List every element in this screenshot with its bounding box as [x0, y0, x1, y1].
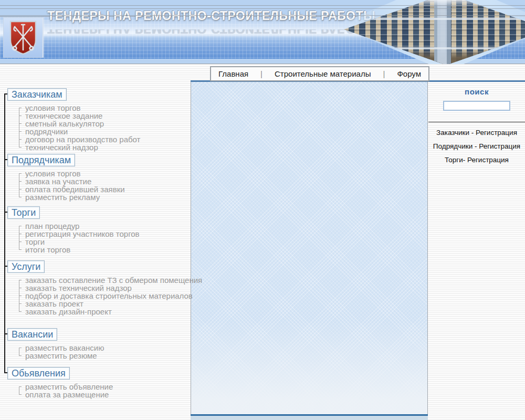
- nav-item-forum[interactable]: Форум: [397, 69, 421, 78]
- title-wrap: ТЕНДЕРЫ НА РЕМОНТНО-СТРОИТЕЛЬНЫЕ РАБОТЫ …: [47, 0, 383, 42]
- main-nav: Главная | Строительные материалы | Форум: [210, 66, 429, 81]
- sidebar-header-vacancies[interactable]: Вакансии: [7, 328, 57, 341]
- sidebar-items-services: заказать составление ТЗ с обмером помеще…: [7, 276, 202, 316]
- sidebar-subitem[interactable]: разместить резюме: [25, 352, 104, 360]
- sidebar-items-vacancies: разместить вакансию разместить резюме: [7, 344, 104, 360]
- sidebar-subitem[interactable]: торги: [25, 238, 140, 246]
- registration-link[interactable]: Заказчики - Регистрация: [428, 129, 525, 136]
- sidebar: Заказчикам условия торгов техническое за…: [0, 80, 191, 420]
- sidebar-subitem[interactable]: план процедур: [25, 222, 140, 230]
- sidebar-section-announcements: Обьявления разместить объявление оплата …: [7, 367, 113, 398]
- site-title-reflection: ТЕНДЕРЫ НА РЕМОНТНО-СТРОИТЕЛЬНЫЕ РАБОТЫ: [47, 29, 375, 36]
- sidebar-items-contractors: условия торгов заявка на участие оплата …: [7, 170, 125, 201]
- registration-link[interactable]: Торги- Регистрация: [428, 156, 525, 164]
- sidebar-header-services[interactable]: Услуги: [7, 260, 45, 273]
- content-area: [191, 82, 428, 414]
- sidebar-subitem[interactable]: технический надзор: [25, 143, 141, 151]
- search-input[interactable]: [443, 101, 510, 111]
- nav-separator: |: [383, 69, 385, 78]
- sidebar-subitem[interactable]: подбор и доставка строительных материало…: [25, 292, 202, 300]
- nav-item-home[interactable]: Главная: [218, 69, 248, 78]
- sidebar-tree-line: [4, 94, 5, 373]
- sidebar-header-contractors[interactable]: Подрядчикам: [7, 154, 75, 166]
- right-divider: [428, 122, 525, 122]
- sidebar-header-customers[interactable]: Заказчикам: [7, 88, 67, 101]
- sidebar-section-contractors: Подрядчикам условия торгов заявка на уча…: [7, 154, 125, 201]
- sidebar-subitem[interactable]: заказать технический надзор: [25, 284, 202, 292]
- registration-link[interactable]: Подрядчики - Регистрация: [428, 143, 525, 150]
- nav-item-materials[interactable]: Строительные материалы: [275, 69, 371, 78]
- sidebar-subitem[interactable]: заказать составление ТЗ с обмером помеще…: [25, 276, 202, 284]
- sidebar-items-customers: условия торгов техническое задание сметн…: [7, 104, 141, 151]
- registration-links: Заказчики - Регистрация Подрядчики - Рег…: [428, 129, 525, 164]
- sidebar-subitem[interactable]: разместить объявление: [25, 383, 113, 391]
- sidebar-section-tenders: Торги план процедур регистрация участник…: [7, 206, 140, 254]
- sidebar-subitem[interactable]: оплата за размещение: [25, 391, 113, 398]
- search-label: поиск: [428, 87, 525, 96]
- sidebar-subitem[interactable]: техническое задание: [25, 112, 141, 120]
- sidebar-subitem[interactable]: подрядчики: [25, 128, 141, 135]
- sidebar-header-announcements[interactable]: Обьявления: [7, 367, 70, 380]
- sidebar-subitem[interactable]: итоги торгов: [25, 246, 140, 254]
- sidebar-subitem[interactable]: оплата победившей заявки: [25, 185, 125, 193]
- band-line: [0, 15, 525, 16]
- spb-coat-of-arms-icon: [9, 20, 37, 55]
- content-footer-strip: [191, 416, 428, 420]
- sidebar-items-announcements: разместить объявление оплата за размещен…: [7, 383, 113, 398]
- sidebar-subitem[interactable]: условия торгов: [25, 170, 125, 177]
- page: ТЕНДЕРЫ НА РЕМОНТНО-СТРОИТЕЛЬНЫЕ РАБОТЫ …: [0, 0, 525, 420]
- sidebar-subitem[interactable]: договор на производство работ: [25, 135, 141, 143]
- sidebar-subitem[interactable]: условия торгов: [25, 104, 141, 112]
- site-header: ТЕНДЕРЫ НА РЕМОНТНО-СТРОИТЕЛЬНЫЕ РАБОТЫ …: [0, 0, 525, 64]
- sidebar-subitem[interactable]: регистрация участников торгов: [25, 230, 140, 238]
- sidebar-items-tenders: план процедур регистрация участников тор…: [7, 222, 140, 254]
- nav-separator: |: [260, 69, 262, 78]
- band-line: [0, 5, 525, 6]
- sidebar-subitem[interactable]: заявка на участие: [25, 177, 125, 185]
- sidebar-subitem[interactable]: разместить рекламу: [25, 193, 125, 201]
- sidebar-subitem[interactable]: заказать дизайн-проект: [25, 308, 202, 316]
- sidebar-section-services: Услуги заказать составление ТЗ с обмером…: [7, 260, 202, 316]
- right-sidebar: поиск Заказчики - Регистрация Подрядчики…: [428, 82, 525, 420]
- sidebar-subitem[interactable]: сметный калькулятор: [25, 120, 141, 128]
- crest-box: [3, 17, 44, 58]
- sidebar-section-vacancies: Вакансии разместить вакансию разместить …: [7, 328, 104, 360]
- sidebar-subitem[interactable]: разместить вакансию: [25, 344, 104, 352]
- sidebar-subitem[interactable]: заказать проект: [25, 300, 202, 308]
- site-title: ТЕНДЕРЫ НА РЕМОНТНО-СТРОИТЕЛЬНЫЕ РАБОТЫ: [47, 9, 375, 23]
- band-line: [0, 8, 525, 9]
- sidebar-section-customers: Заказчикам условия торгов техническое за…: [7, 88, 141, 151]
- sidebar-header-tenders[interactable]: Торги: [7, 206, 40, 219]
